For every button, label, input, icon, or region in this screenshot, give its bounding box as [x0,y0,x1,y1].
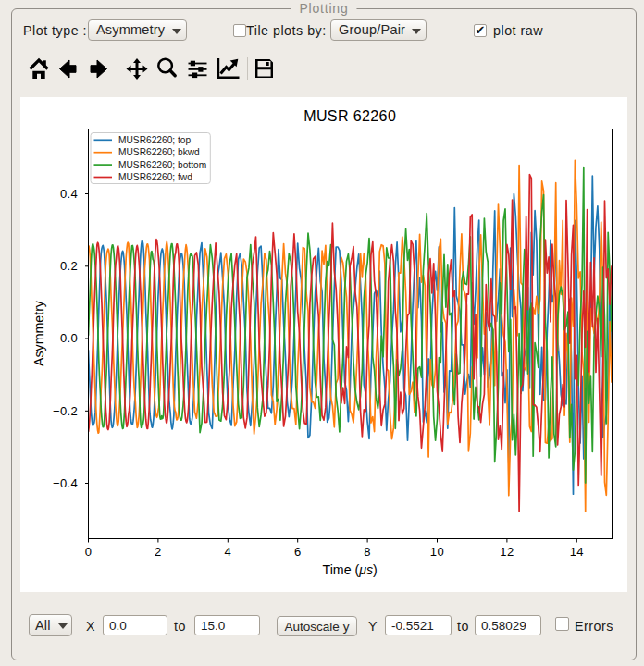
svg-text:MUSR62260; top: MUSR62260; top [118,135,191,145]
svg-text:MUSR 62260: MUSR 62260 [303,108,396,124]
svg-text:4: 4 [224,545,231,559]
svg-text:0: 0 [85,545,93,559]
svg-text:14: 14 [570,545,584,559]
svg-text:8: 8 [364,545,371,559]
svg-text:0.0: 0.0 [60,331,78,345]
svg-text:2: 2 [155,545,162,559]
svg-text:10: 10 [430,545,444,559]
svg-text:Asymmetry: Asymmetry [31,300,46,366]
svg-text:MUSR62260; bottom: MUSR62260; bottom [118,160,206,170]
svg-text:0.2: 0.2 [60,259,78,273]
svg-text:Time (μs): Time (μs) [323,562,378,577]
svg-text:6: 6 [294,545,302,559]
svg-text:−0.4: −0.4 [53,476,78,490]
svg-text:MUSR62260; fwd: MUSR62260; fwd [118,172,192,182]
svg-text:−0.2: −0.2 [53,404,78,418]
svg-text:MUSR62260; bkwd: MUSR62260; bkwd [118,147,200,157]
svg-text:0.4: 0.4 [60,187,78,201]
svg-text:12: 12 [500,545,514,559]
